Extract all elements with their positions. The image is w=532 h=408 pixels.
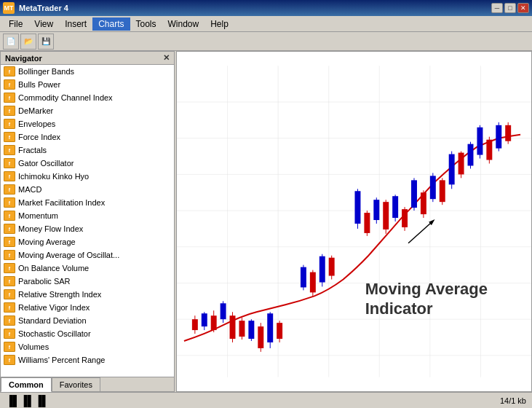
nav-indicator-item[interactable]: fParabolic SAR — [1, 275, 174, 288]
indicator-icon: f — [4, 132, 15, 142]
indicator-label: MACD — [18, 185, 41, 194]
svg-rect-52 — [392, 196, 398, 218]
indicator-icon: f — [4, 355, 15, 365]
indicator-label: Bollinger Bands — [18, 67, 74, 76]
nav-indicator-item[interactable]: fBollinger Bands — [1, 65, 174, 78]
svg-rect-64 — [449, 154, 455, 185]
indicator-label: Relative Strength Index — [18, 290, 101, 299]
svg-rect-16 — [192, 319, 198, 330]
nav-indicator-item[interactable]: fMoving Average — [1, 235, 174, 248]
nav-indicator-item[interactable]: fIchimoku Kinko Hyo — [1, 170, 174, 183]
menu-item-window[interactable]: Window — [162, 17, 205, 31]
indicator-icon: f — [4, 145, 15, 155]
nav-indicator-item[interactable]: fFractals — [1, 144, 174, 157]
maximize-button[interactable]: □ — [504, 3, 516, 13]
status-bar: ▐▌▐▌▐▌ 14/1 kb — [0, 392, 532, 408]
indicator-icon: f — [4, 158, 15, 168]
navigator-list[interactable]: fBollinger BandsfBulls PowerfCommodity C… — [1, 65, 174, 377]
menu-item-tools[interactable]: Tools — [130, 17, 162, 31]
indicator-label: Fractals — [18, 146, 47, 154]
svg-rect-68 — [468, 144, 474, 166]
indicator-icon: f — [4, 329, 15, 339]
nav-indicator-item[interactable]: fRelative Vigor Index — [1, 301, 174, 314]
nav-indicator-item[interactable]: fMACD — [1, 183, 174, 196]
indicator-label: Parabolic SAR — [18, 277, 71, 286]
indicator-icon: f — [4, 171, 15, 181]
nav-indicator-item[interactable]: fStochastic Oscillator — [1, 327, 174, 340]
nav-indicator-item[interactable]: fForce Index — [1, 130, 174, 144]
indicator-label: Standard Deviation — [18, 316, 87, 325]
svg-rect-62 — [440, 180, 445, 202]
svg-rect-36 — [301, 267, 306, 288]
nav-indicator-item[interactable]: fWilliams' Percent Range — [1, 353, 174, 366]
nav-indicator-item[interactable]: fCommodity Channel Index — [1, 91, 174, 104]
toolbar-new[interactable]: 📄 — [3, 34, 19, 50]
indicator-icon: f — [4, 224, 15, 234]
indicator-label: On Balance Volume — [18, 264, 89, 272]
indicator-icon: f — [4, 315, 15, 326]
indicator-label: Moving Average of Oscillat... — [18, 251, 119, 259]
nav-indicator-item[interactable]: fRelative Strength Index — [1, 288, 174, 301]
indicator-label: Commodity Channel Index — [18, 93, 113, 102]
toolbar: 📄 📂 💾 — [0, 32, 532, 51]
indicator-icon: f — [4, 289, 15, 299]
indicator-icon: f — [4, 263, 15, 273]
navigator-tab-common[interactable]: Common — [1, 377, 52, 392]
status-bar-left: ▐▌▐▌▐▌ — [6, 395, 500, 407]
indicator-label: Moving Average — [18, 238, 76, 246]
svg-rect-40 — [319, 256, 325, 283]
menu-item-file[interactable]: File — [3, 17, 28, 31]
nav-indicator-item[interactable]: fMoney Flow Index — [1, 222, 174, 235]
svg-rect-60 — [430, 176, 436, 199]
svg-rect-70 — [477, 128, 483, 155]
window-title: MetaTrader 4 — [19, 4, 68, 12]
svg-rect-74 — [496, 125, 501, 149]
svg-rect-34 — [277, 323, 282, 339]
navigator-tab-favorites[interactable]: Favorites — [52, 377, 100, 391]
menu-item-help[interactable]: Help — [205, 17, 234, 31]
indicator-icon: f — [4, 237, 15, 247]
menu-item-view[interactable]: View — [28, 17, 59, 31]
minimize-button[interactable]: ─ — [491, 3, 503, 13]
close-button[interactable]: ✕ — [517, 3, 529, 13]
nav-indicator-item[interactable]: fStandard Deviation — [1, 314, 174, 327]
chart-annotation-label: Moving Average Indicator — [365, 280, 488, 318]
nav-indicator-item[interactable]: fGator Oscillator — [1, 157, 174, 170]
menu-item-charts[interactable]: Charts — [92, 17, 130, 31]
status-info: 14/1 kb — [500, 396, 526, 405]
ma-label-line1: Moving Average — [365, 280, 488, 299]
indicator-icon: f — [4, 106, 15, 116]
indicator-icon: f — [4, 342, 15, 352]
indicator-icon: f — [4, 66, 15, 76]
indicator-icon: f — [4, 211, 15, 221]
nav-indicator-item[interactable]: fMarket Facilitation Index — [1, 196, 174, 209]
nav-indicator-item[interactable]: fMoving Average of Oscillat... — [1, 248, 174, 262]
indicator-icon: f — [4, 184, 15, 195]
svg-rect-42 — [329, 258, 335, 276]
svg-rect-38 — [310, 272, 316, 293]
nav-indicator-item[interactable]: fOn Balance Volume — [1, 262, 174, 275]
ma-label-line2: Indicator — [365, 299, 488, 318]
window-controls: ─ □ ✕ — [491, 3, 529, 13]
toolbar-save[interactable]: 💾 — [38, 34, 54, 50]
navigator-close-button[interactable]: ✕ — [163, 53, 170, 63]
nav-indicator-item[interactable]: fBulls Power — [1, 78, 174, 91]
nav-indicator-item[interactable]: fEnvelopes — [1, 117, 174, 130]
svg-rect-66 — [458, 153, 464, 175]
toolbar-open[interactable]: 📂 — [20, 34, 36, 50]
svg-rect-26 — [239, 321, 245, 337]
nav-indicator-item[interactable]: fMomentum — [1, 209, 174, 222]
svg-rect-58 — [421, 192, 426, 214]
indicator-label: Williams' Percent Range — [18, 356, 105, 364]
nav-indicator-item[interactable]: fDeMarker — [1, 104, 174, 117]
svg-rect-18 — [202, 313, 207, 326]
svg-rect-72 — [486, 140, 492, 160]
main-area: Navigator ✕ fBollinger BandsfBulls Power… — [0, 51, 532, 392]
menu-item-insert[interactable]: Insert — [59, 17, 92, 31]
indicator-label: Market Facilitation Index — [18, 198, 105, 207]
status-icon: ▐▌▐▌▐▌ — [6, 395, 49, 407]
nav-indicator-item[interactable]: fVolumes — [1, 340, 174, 353]
svg-rect-20 — [211, 315, 217, 330]
svg-rect-48 — [373, 200, 379, 220]
svg-rect-44 — [354, 191, 360, 224]
